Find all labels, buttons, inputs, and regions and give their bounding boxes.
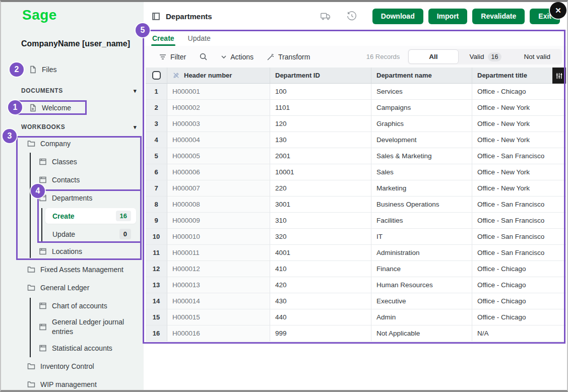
cell-department-name[interactable]: Development <box>371 132 472 148</box>
cell-department-id[interactable]: 220 <box>270 180 371 197</box>
cell-department-name[interactable]: Administration <box>371 245 472 261</box>
sidebar-item-welcome[interactable]: Welcome <box>29 101 71 115</box>
tab-create[interactable]: Create <box>152 31 174 46</box>
cell-department-title[interactable]: Office - New York <box>472 132 566 148</box>
cell-header-number[interactable]: H000011 <box>167 245 270 261</box>
cell-department-title[interactable]: N/A <box>472 325 566 342</box>
cell-department-id[interactable]: 320 <box>270 229 371 245</box>
sidebar-item-locations[interactable]: Locations <box>39 244 82 258</box>
sidebar-item-classes[interactable]: Classes <box>39 155 77 169</box>
cell-department-id[interactable]: 2001 <box>270 148 371 164</box>
sidebar-item-company[interactable]: Company <box>27 137 71 151</box>
select-all-checkbox[interactable] <box>152 71 161 80</box>
cell-department-name[interactable]: Sales <box>371 164 472 180</box>
cell-department-name[interactable]: Admin <box>371 309 472 325</box>
cell-department-title[interactable]: Office - Chicago <box>472 309 566 325</box>
import-button[interactable]: Import <box>428 9 468 24</box>
cell-department-name[interactable]: Executive <box>371 293 472 309</box>
segment-all[interactable]: All <box>408 49 458 64</box>
cell-header-number[interactable]: H000013 <box>167 277 270 293</box>
cell-department-title[interactable]: Office - New York <box>472 100 566 116</box>
filter-button[interactable]: Filter <box>159 53 186 61</box>
cell-department-name[interactable]: Marketing <box>371 180 472 197</box>
cell-department-name[interactable]: Facilities <box>371 213 472 229</box>
workbooks-section-header[interactable]: WORKBOOKS ▾ <box>21 122 137 132</box>
cell-header-number[interactable]: H000014 <box>167 293 270 309</box>
cell-department-id[interactable]: 120 <box>270 116 371 132</box>
sidebar-item-general-ledger[interactable]: General Ledger <box>27 281 89 295</box>
cell-department-name[interactable]: Finance <box>371 261 472 277</box>
cell-department-title[interactable]: Office - San Francisco <box>472 197 566 213</box>
cell-department-id[interactable]: 130 <box>270 132 371 148</box>
cell-department-title[interactable]: Office - Chicago <box>472 293 566 309</box>
cell-department-title[interactable]: Office - New York <box>472 180 566 197</box>
cell-department-name[interactable]: Business Operations <box>371 197 472 213</box>
close-button[interactable]: ✕ <box>550 2 566 19</box>
cell-department-title[interactable]: Office - San Francisco <box>472 148 566 164</box>
cell-department-id[interactable]: 310 <box>270 213 371 229</box>
actions-menu-button[interactable]: Actions <box>221 53 254 61</box>
cell-header-number[interactable]: H000009 <box>167 213 270 229</box>
cell-header-number[interactable]: H000004 <box>167 132 270 148</box>
documents-section-header[interactable]: DOCUMENTS ▾ <box>21 86 137 96</box>
sidebar-item-departments[interactable]: Departments <box>39 191 92 205</box>
cell-header-number[interactable]: H000001 <box>167 84 270 100</box>
sidebar-item-create[interactable]: Create 16 <box>45 208 136 224</box>
tab-update[interactable]: Update <box>188 31 211 46</box>
cell-department-id[interactable]: 1101 <box>270 100 371 116</box>
cell-department-id[interactable]: 4001 <box>270 245 371 261</box>
download-button[interactable]: Download <box>372 9 423 24</box>
segment-not-valid[interactable]: Not valid <box>513 49 561 64</box>
sidebar-item-statistical-accounts[interactable]: Statistical accounts <box>39 341 112 355</box>
cell-department-id[interactable]: 10001 <box>270 164 371 180</box>
column-settings-button[interactable] <box>552 68 566 84</box>
cell-department-id[interactable]: 420 <box>270 277 371 293</box>
revalidate-button[interactable]: Revalidate <box>472 9 525 24</box>
cell-department-title[interactable]: Office - San Francisco <box>472 245 566 261</box>
cell-department-id[interactable]: 100 <box>270 84 371 100</box>
cell-header-number[interactable]: H000002 <box>167 100 270 116</box>
cell-header-number[interactable]: H000008 <box>167 197 270 213</box>
sidebar-item-inventory-control[interactable]: Inventory Control <box>27 359 94 373</box>
cell-header-number[interactable]: H000003 <box>167 116 270 132</box>
history-icon[interactable] <box>346 11 357 22</box>
cell-header-number[interactable]: H000016 <box>167 325 270 342</box>
cell-department-id[interactable]: 410 <box>270 261 371 277</box>
cell-department-title[interactable]: Office - New York <box>472 116 566 132</box>
sidebar-item-contacts[interactable]: Contacts <box>39 173 80 187</box>
caret-down-icon[interactable]: ▾ <box>134 88 137 94</box>
cell-department-id[interactable]: 3001 <box>270 197 371 213</box>
column-header-department-name[interactable]: Department name <box>371 68 472 84</box>
sidebar-item-wip-management[interactable]: WIP management <box>27 377 97 391</box>
sidebar-item-update[interactable]: Update 0 <box>45 226 136 242</box>
cell-department-title[interactable]: Office - New York <box>472 164 566 180</box>
cell-header-number[interactable]: H000006 <box>167 164 270 180</box>
cell-header-number[interactable]: H000012 <box>167 261 270 277</box>
caret-down-icon[interactable]: ▾ <box>134 124 137 130</box>
cell-department-name[interactable]: Sales & Marketing <box>371 148 472 164</box>
cell-department-title[interactable]: Office - Chicago <box>472 84 566 100</box>
cell-department-title[interactable]: Office - Chicago <box>472 261 566 277</box>
cell-department-id[interactable]: 999 <box>270 325 371 342</box>
cell-department-title[interactable]: Office - Chicago <box>472 277 566 293</box>
cell-department-id[interactable]: 440 <box>270 309 371 325</box>
cell-department-title[interactable]: Office - San Francisco <box>472 229 566 245</box>
cell-header-number[interactable]: H000007 <box>167 180 270 197</box>
cell-department-name[interactable]: Campaigns <box>371 100 472 116</box>
sidebar-item-fixed-assets[interactable]: Fixed Assets Management <box>27 263 123 277</box>
cell-department-name[interactable]: Human Resources <box>371 277 472 293</box>
cell-header-number[interactable]: H000015 <box>167 309 270 325</box>
column-header-department-id[interactable]: Department ID <box>270 68 371 84</box>
truck-icon[interactable] <box>320 11 331 22</box>
sidebar-item-gl-journal-entries[interactable]: General Ledger journal entries <box>39 317 135 337</box>
cell-department-name[interactable]: Graphics <box>371 116 472 132</box>
cell-department-name[interactable]: IT <box>371 229 472 245</box>
cell-header-number[interactable]: H000010 <box>167 229 270 245</box>
sidebar-item-files[interactable]: Files <box>29 62 57 77</box>
column-header-header-number[interactable]: Header number <box>167 68 270 84</box>
segment-valid[interactable]: Valid 16 <box>459 49 513 64</box>
cell-department-id[interactable]: 430 <box>270 293 371 309</box>
search-button[interactable] <box>199 52 208 61</box>
sidebar-item-chart-of-accounts[interactable]: Chart of accounts <box>39 299 107 313</box>
cell-department-title[interactable]: Office - San Francisco <box>472 213 566 229</box>
